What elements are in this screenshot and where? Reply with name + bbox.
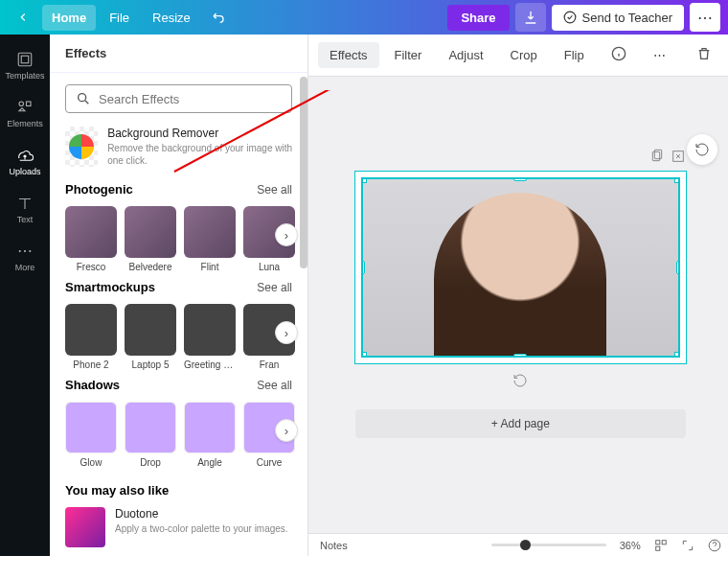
top-bar: Home File Resize Share Send to Teacher ⋯ (0, 0, 728, 35)
svg-rect-11 (655, 540, 659, 544)
resize-menu[interactable]: Resize (143, 5, 200, 31)
effect-fresco[interactable]: Fresco (65, 206, 117, 272)
panel-scrollbar[interactable] (300, 77, 307, 268)
rotate-icon[interactable] (512, 373, 528, 388)
home-button[interactable]: Home (42, 5, 96, 31)
send-label: Send to Teacher (582, 11, 672, 25)
zoom-value: 36% (620, 540, 641, 551)
mockup-laptop5[interactable]: Laptop 5 (125, 304, 176, 370)
tool-effects[interactable]: Effects (318, 42, 379, 68)
duotone-card[interactable]: Duotone Apply a two-color palette to you… (65, 507, 292, 547)
resize-handle-t[interactable] (513, 177, 527, 181)
background-remover[interactable]: Background Remover Remove the background… (65, 127, 292, 167)
rail-uploads[interactable]: Uploads (0, 138, 50, 184)
duotone-title: Duotone (115, 507, 288, 521)
help-icon[interactable] (708, 539, 721, 552)
canvas-area: Effects Filter Adjust Crop Flip ⋯ (308, 35, 728, 556)
tool-crop[interactable]: Crop (499, 42, 549, 68)
add-page-button[interactable]: + Add page (355, 409, 686, 438)
expand-page-icon[interactable] (671, 149, 686, 164)
resize-handle-b[interactable] (513, 354, 527, 358)
shadows-seeall[interactable]: See all (257, 379, 292, 392)
rail-more[interactable]: ⋯More (0, 234, 50, 280)
photogenic-next[interactable]: › (275, 223, 298, 246)
panel-title: Effects (50, 35, 307, 73)
bg-remover-title: Background Remover (107, 127, 292, 140)
tool-info[interactable] (600, 40, 638, 70)
smartmockups-seeall[interactable]: See all (257, 281, 292, 294)
shadow-glow[interactable]: Glow (65, 402, 117, 468)
zoom-slider[interactable] (491, 544, 606, 546)
effect-flint[interactable]: Flint (184, 206, 236, 272)
send-to-teacher-button[interactable]: Send to Teacher (552, 5, 684, 31)
duotone-thumb (65, 507, 105, 547)
undo-button[interactable] (204, 3, 235, 32)
svg-rect-9 (654, 150, 661, 158)
tool-more[interactable]: ⋯ (642, 42, 677, 68)
photogenic-title: Photogenic (65, 182, 133, 197)
selected-image[interactable] (361, 177, 680, 358)
resize-handle-r[interactable] (676, 261, 680, 274)
resize-handle-bl[interactable] (361, 352, 367, 358)
svg-rect-8 (652, 151, 659, 160)
svg-rect-4 (27, 102, 32, 106)
search-box[interactable] (65, 84, 292, 113)
shadows-next[interactable]: › (275, 419, 298, 442)
left-rail: Templates Elements Uploads Text ⋯More (0, 35, 50, 556)
effects-panel: Effects Background Remover Remove the ba… (50, 35, 308, 556)
duotone-desc: Apply a two-color palette to your images… (115, 522, 288, 535)
svg-point-0 (564, 12, 576, 23)
svg-rect-12 (662, 540, 666, 544)
fullscreen-icon[interactable] (681, 539, 694, 552)
tool-filter[interactable]: Filter (383, 42, 434, 68)
resize-handle-l[interactable] (361, 261, 365, 274)
shadow-angle[interactable]: Angle (184, 402, 236, 468)
grid-view-icon[interactable] (654, 539, 668, 552)
notes-button[interactable]: Notes (320, 540, 348, 551)
smartmockups-next[interactable]: › (275, 321, 298, 344)
mockup-greeting[interactable]: Greeting car... (184, 304, 236, 370)
canvas-toolbar: Effects Filter Adjust Crop Flip ⋯ (308, 35, 728, 77)
bottom-bar: Notes 36% (308, 533, 728, 556)
mockup-phone2[interactable]: Phone 2 (65, 304, 117, 370)
also-like-title: You may also like (65, 483, 169, 498)
search-input[interactable] (99, 92, 282, 106)
tool-delete[interactable] (685, 40, 723, 70)
effect-belvedere[interactable]: Belvedere (125, 206, 176, 272)
rail-elements[interactable]: Elements (0, 90, 50, 136)
bg-remover-thumb (65, 127, 98, 167)
tool-flip[interactable]: Flip (553, 42, 596, 68)
tool-adjust[interactable]: Adjust (437, 42, 494, 68)
canvas-viewport[interactable]: + Add page (308, 77, 728, 533)
more-button[interactable]: ⋯ (690, 3, 720, 32)
bg-remover-desc: Remove the background of your image with… (107, 142, 292, 167)
photogenic-seeall[interactable]: See all (257, 183, 292, 197)
svg-rect-1 (18, 53, 32, 66)
rail-templates[interactable]: Templates (0, 42, 50, 88)
share-button[interactable]: Share (447, 5, 509, 31)
svg-point-3 (19, 102, 24, 106)
search-icon (76, 91, 91, 106)
design-page[interactable] (355, 172, 686, 363)
shadow-drop[interactable]: Drop (125, 402, 176, 468)
smartmockups-title: Smartmockups (65, 280, 155, 294)
svg-rect-13 (655, 546, 659, 550)
resize-handle-tl[interactable] (361, 177, 367, 183)
page-settings-button[interactable] (687, 134, 717, 165)
resize-handle-tr[interactable] (674, 177, 680, 183)
download-button[interactable] (515, 3, 546, 32)
back-button[interactable] (8, 3, 38, 32)
resize-handle-br[interactable] (674, 352, 680, 358)
rail-text[interactable]: Text (0, 186, 50, 232)
shadows-title: Shadows (65, 378, 120, 392)
copy-page-icon[interactable] (649, 149, 665, 164)
svg-point-5 (79, 94, 86, 102)
file-menu[interactable]: File (100, 5, 139, 31)
svg-rect-2 (21, 56, 29, 63)
